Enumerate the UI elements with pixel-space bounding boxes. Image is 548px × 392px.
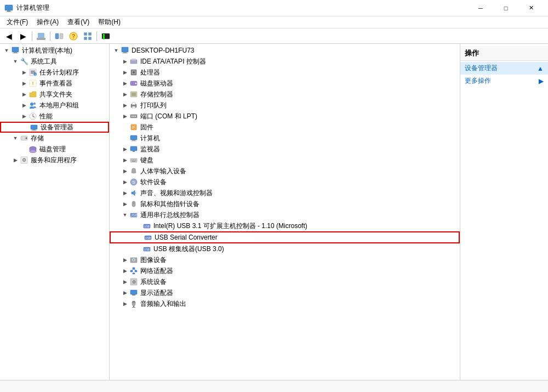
action-devmgr-label: 设备管理器 bbox=[465, 64, 498, 73]
middle-root-item[interactable]: ▼ DESKTOP-DH1FU73 bbox=[110, 45, 460, 56]
device-storage-ctrl[interactable]: ▶ 存储控制器 bbox=[110, 89, 460, 100]
left-event-viewer[interactable]: ▶ ! 事件查看器 bbox=[0, 78, 109, 89]
svg-line-91 bbox=[132, 269, 134, 270]
audio-icon bbox=[129, 299, 138, 308]
devmgr-expand-icon bbox=[21, 123, 30, 132]
action-device-manager[interactable]: 设备管理器 ▲ bbox=[460, 62, 548, 75]
grid-button[interactable] bbox=[81, 30, 94, 43]
svg-rect-1 bbox=[7, 10, 10, 12]
left-disk-management[interactable]: 磁盘管理 bbox=[0, 144, 109, 155]
main-content: ▼ 计算机管理(本地) ▼ 🔧 系统工具 ▶ bbox=[0, 44, 548, 380]
device-usb-hub[interactable]: ▶ USB USB 根集线器(USB 3.0) bbox=[110, 243, 460, 254]
device-intel-usb[interactable]: ▶ USB Intel(R) USB 3.1 可扩展主机控制器 - 1.10 (… bbox=[110, 220, 460, 231]
svg-rect-20 bbox=[31, 72, 35, 72]
device-mouse[interactable]: ▶ 鼠标和其他指针设备 bbox=[110, 198, 460, 209]
maximize-button[interactable]: □ bbox=[493, 0, 518, 16]
left-performance[interactable]: ▶ 性能 bbox=[0, 111, 109, 122]
keyboard-label: 键盘 bbox=[140, 156, 153, 165]
back-button[interactable]: ◀ bbox=[2, 30, 15, 43]
minimize-button[interactable]: ─ bbox=[468, 0, 493, 16]
forward-button[interactable]: ▶ bbox=[16, 30, 30, 43]
sys-expand: ▶ bbox=[121, 277, 129, 286]
up-button[interactable] bbox=[35, 30, 48, 43]
svg-rect-41 bbox=[122, 47, 128, 52]
left-services[interactable]: ▶ ⚙ 服务和应用程序 bbox=[0, 155, 109, 166]
device-disk-drives[interactable]: ▶ 磁盘驱动器 bbox=[110, 78, 460, 89]
perf-icon bbox=[28, 112, 37, 121]
net-label: 网络适配器 bbox=[140, 266, 173, 276]
svg-line-92 bbox=[134, 269, 136, 270]
right-panel: 操作 设备管理器 ▲ 更多操作 ▶ bbox=[460, 44, 548, 380]
device-system[interactable]: ▶ ⚙ 系统设备 bbox=[110, 276, 460, 287]
middle-panel: ▼ DESKTOP-DH1FU73 ▶ IDE ATA/ATAPI 控制器 ▶ bbox=[110, 44, 460, 380]
left-system-tools[interactable]: ▼ 🔧 系统工具 bbox=[0, 56, 109, 67]
device-software[interactable]: ▶ S 软件设备 bbox=[110, 177, 460, 188]
sys-icon: ⚙ bbox=[129, 277, 138, 286]
left-storage[interactable]: ▼ 存储 bbox=[0, 133, 109, 144]
device-firmware[interactable]: ▶ F 固件 bbox=[110, 122, 460, 133]
hid-label: 人体学输入设备 bbox=[140, 167, 186, 176]
svg-rect-32 bbox=[32, 129, 36, 130]
toolbar: ◀ ▶ ? ▌ bbox=[0, 29, 548, 44]
toolbar-separator-2 bbox=[50, 31, 50, 41]
action-more[interactable]: 更多操作 ▶ bbox=[460, 75, 548, 87]
device-usb-ctrl[interactable]: ▼ USB 通用串行总线控制器 bbox=[110, 209, 460, 220]
print-icon bbox=[129, 101, 138, 110]
hid-icon bbox=[129, 167, 138, 175]
disk-drives-expand: ▶ bbox=[121, 79, 129, 88]
device-monitors[interactable]: ▶ 监视器 bbox=[110, 144, 460, 155]
left-local-users[interactable]: ▶ 本地用户和组 bbox=[0, 100, 109, 111]
device-display[interactable]: ▶ 显示适配器 bbox=[110, 287, 460, 298]
close-button[interactable]: ✕ bbox=[518, 0, 544, 16]
help-button[interactable]: ? bbox=[67, 30, 80, 43]
storage-label: 存储 bbox=[31, 134, 44, 143]
svg-rect-42 bbox=[123, 52, 127, 53]
display-icon bbox=[129, 288, 138, 297]
menu-file[interactable]: 文件(F) bbox=[2, 16, 32, 28]
event-label: 事件查看器 bbox=[39, 79, 72, 88]
left-device-manager[interactable]: 设备管理器 bbox=[0, 122, 109, 133]
svg-point-35 bbox=[26, 138, 27, 139]
device-network[interactable]: ▶ 网络适配器 bbox=[110, 265, 460, 276]
console-button[interactable]: ▌ bbox=[99, 30, 112, 43]
device-imaging[interactable]: ▶ 图像设备 bbox=[110, 254, 460, 265]
svg-rect-43 bbox=[122, 53, 128, 54]
left-task-scheduler[interactable]: ▶ ✔ 任务计划程序 bbox=[0, 67, 109, 78]
menu-action[interactable]: 操作(A) bbox=[32, 16, 63, 28]
devmgr-icon bbox=[30, 123, 38, 132]
device-computer[interactable]: ▶ 计算机 bbox=[110, 133, 460, 144]
device-sound[interactable]: ▶ 声音、视频和游戏控制器 bbox=[110, 188, 460, 198]
svg-rect-70 bbox=[135, 160, 136, 161]
disk-label: 磁盘管理 bbox=[39, 145, 66, 154]
device-ports[interactable]: ▶ 端口 (COM 和 LPT) bbox=[110, 111, 460, 122]
menu-view[interactable]: 查看(V) bbox=[63, 16, 94, 28]
services-label: 服务和应用程序 bbox=[31, 156, 77, 165]
action-more-label: 更多操作 bbox=[465, 76, 491, 86]
device-hid[interactable]: ▶ 人体学输入设备 bbox=[110, 166, 460, 177]
svg-rect-55 bbox=[132, 106, 135, 108]
device-ide-ata[interactable]: ▶ IDE ATA/ATAPI 控制器 bbox=[110, 56, 460, 67]
services-expand-icon: ▶ bbox=[11, 156, 20, 164]
show-hide-tree[interactable] bbox=[53, 30, 66, 43]
svg-rect-69 bbox=[133, 160, 134, 161]
storage-ctrl-icon bbox=[129, 90, 138, 99]
device-usb-serial[interactable]: ▶ USB USB Serial Converter bbox=[110, 231, 460, 243]
device-keyboard[interactable]: ▶ 键盘 bbox=[110, 155, 460, 166]
device-audio[interactable]: ▶ 音频输入和输出 bbox=[110, 298, 460, 309]
left-root-item[interactable]: ▼ 计算机管理(本地) bbox=[0, 45, 109, 56]
device-processor[interactable]: ▶ 处理器 bbox=[110, 67, 460, 78]
shared-label: 共享文件夹 bbox=[39, 90, 72, 99]
device-print-queue[interactable]: ▶ 打印队列 bbox=[110, 100, 460, 111]
svg-text:⚙: ⚙ bbox=[22, 157, 26, 163]
display-expand: ▶ bbox=[121, 288, 129, 297]
svg-rect-6 bbox=[60, 33, 63, 39]
sound-icon bbox=[129, 189, 138, 197]
menu-help[interactable]: 帮助(H) bbox=[94, 16, 125, 28]
svg-rect-16 bbox=[14, 52, 17, 53]
users-icon bbox=[28, 101, 37, 110]
left-root-label: 计算机管理(本地) bbox=[22, 46, 72, 55]
imaging-icon bbox=[129, 255, 138, 264]
svg-text:▌: ▌ bbox=[103, 33, 106, 39]
left-shared-folders[interactable]: ▶ 共享文件夹 bbox=[0, 89, 109, 100]
svg-rect-31 bbox=[31, 125, 37, 129]
